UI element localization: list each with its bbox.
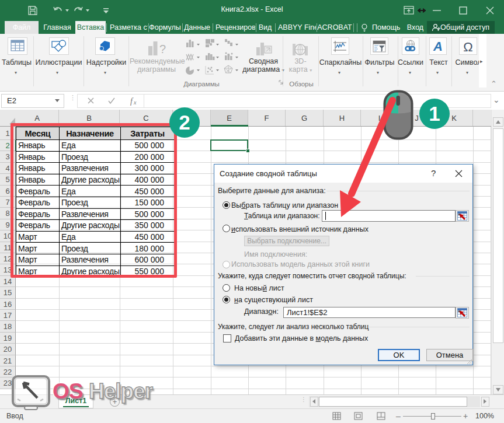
svg-text:x: x (133, 99, 137, 106)
svg-text:?: ? (159, 43, 166, 55)
